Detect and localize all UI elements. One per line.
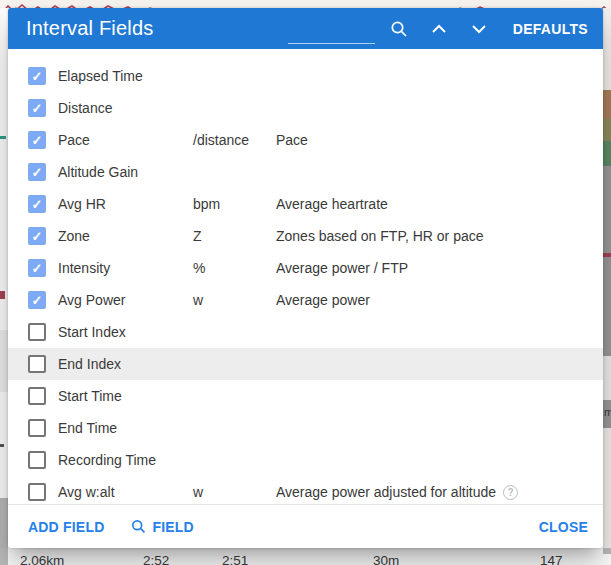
field-label: Intensity	[58, 260, 193, 276]
field-checkbox[interactable]	[28, 227, 46, 245]
field-label: Zone	[58, 228, 193, 244]
field-row[interactable]: Start Index	[8, 316, 603, 348]
field-checkbox[interactable]	[28, 291, 46, 309]
field-label: End Time	[58, 420, 193, 436]
field-checkbox[interactable]	[28, 67, 46, 85]
field-row[interactable]: Pace /distance Pace	[8, 124, 603, 156]
field-row[interactable]: Altitude Gain	[8, 156, 603, 188]
field-unit: bpm	[193, 196, 276, 212]
field-checkbox[interactable]	[28, 259, 46, 277]
field-description-text: Average power	[276, 292, 370, 308]
defaults-button[interactable]: DEFAULTS	[513, 21, 588, 37]
field-label: Avg w:alt	[58, 484, 193, 500]
dialog-footer: ADD FIELD FIELD CLOSE	[8, 504, 603, 548]
field-description: Zones based on FTP, HR or pace	[276, 228, 603, 244]
search-icon[interactable]	[389, 19, 409, 39]
background-table-cell: 2:52	[143, 551, 169, 565]
field-description: Pace	[276, 132, 603, 148]
field-list: Elapsed Time Distance Pace /distance Pac…	[8, 49, 603, 504]
field-row[interactable]: End Index	[8, 348, 603, 380]
field-row[interactable]: Avg Power w Average power	[8, 284, 603, 316]
field-label: Avg HR	[58, 196, 193, 212]
background-color-band	[603, 119, 611, 141]
search-field	[288, 23, 375, 44]
field-description: Average power adjusted for altitude ?	[276, 484, 603, 500]
field-description-text: Average power adjusted for altitude	[276, 484, 496, 500]
background-text-fragment: m	[604, 406, 611, 418]
background-color-band	[603, 166, 611, 356]
field-checkbox[interactable]	[28, 99, 46, 117]
field-description: Average heartrate	[276, 196, 603, 212]
field-description-text: Average power / FTP	[276, 260, 408, 276]
search-icon	[130, 518, 147, 535]
interval-fields-dialog: Interval Fields DEFAULTS Elapsed Time	[8, 8, 603, 548]
background-color-band	[0, 498, 8, 548]
field-label: Start Index	[58, 324, 193, 340]
field-checkbox[interactable]	[28, 355, 46, 373]
field-row[interactable]: Elapsed Time	[8, 60, 603, 92]
background-right-strip: m	[603, 8, 611, 548]
background-table-cell: 147	[540, 551, 563, 565]
field-checkbox[interactable]	[28, 451, 46, 469]
field-row[interactable]: End Time	[8, 412, 603, 444]
field-unit: /distance	[193, 132, 276, 148]
field-row[interactable]: Distance	[8, 92, 603, 124]
background-color-band	[603, 141, 611, 166]
field-row[interactable]: Recording Time	[8, 444, 603, 476]
help-circle-icon[interactable]: ?	[503, 485, 518, 500]
dialog-header: Interval Fields DEFAULTS	[8, 8, 603, 49]
field-label: Elapsed Time	[58, 68, 193, 84]
field-label: Start Time	[58, 388, 193, 404]
field-row[interactable]: Avg w:alt w Average power adjusted for a…	[8, 476, 603, 504]
background-corner	[603, 548, 611, 554]
background-left-strip	[0, 8, 8, 548]
field-checkbox[interactable]	[28, 387, 46, 405]
background-table-cell: 2.06km	[20, 551, 64, 565]
field-row[interactable]: Zone Z Zones based on FTP, HR or pace	[8, 220, 603, 252]
field-checkbox[interactable]	[28, 419, 46, 437]
add-field-button[interactable]: ADD FIELD	[28, 519, 104, 535]
background-route-line	[603, 253, 611, 257]
field-description: Average power / FTP	[276, 260, 603, 276]
field-row[interactable]: Start Time	[8, 380, 603, 412]
field-button[interactable]: FIELD	[130, 518, 193, 535]
close-button[interactable]: CLOSE	[539, 519, 588, 535]
background-corner	[0, 548, 8, 565]
field-checkbox[interactable]	[28, 483, 46, 501]
background-color-band	[603, 90, 611, 119]
field-label: Pace	[58, 132, 193, 148]
background-color-band	[603, 356, 611, 400]
field-row[interactable]: Avg HR bpm Average heartrate	[8, 188, 603, 220]
field-description-text: Zones based on FTP, HR or pace	[276, 228, 484, 244]
field-checkbox[interactable]	[28, 163, 46, 181]
background-color-band	[0, 330, 8, 392]
background-route-fragment	[0, 291, 5, 299]
field-unit: Z	[193, 228, 276, 244]
field-checkbox[interactable]	[28, 131, 46, 149]
field-checkbox[interactable]	[28, 195, 46, 213]
field-button-label: FIELD	[152, 519, 193, 535]
background-table-cell: 2:51	[222, 551, 248, 565]
field-label: End Index	[58, 356, 193, 372]
field-label: Altitude Gain	[58, 164, 193, 180]
search-input[interactable]	[288, 23, 375, 44]
field-label: Recording Time	[58, 452, 193, 468]
field-unit: w	[193, 292, 276, 308]
background-route-fragment	[0, 136, 6, 139]
chevron-up-icon[interactable]	[431, 23, 447, 35]
field-description: Average power	[276, 292, 603, 308]
field-description-text: Average heartrate	[276, 196, 388, 212]
background-table-cell: 30m	[373, 551, 399, 565]
field-checkbox[interactable]	[28, 323, 46, 341]
chevron-down-icon[interactable]	[471, 23, 487, 35]
page-title: Interval Fields	[26, 17, 154, 40]
field-unit: %	[193, 260, 276, 276]
field-description-text: Pace	[276, 132, 308, 148]
field-label: Avg Power	[58, 292, 193, 308]
background-interval-table-row: 2.06km2:522:5130m147	[0, 548, 611, 565]
field-label: Distance	[58, 100, 193, 116]
field-unit: w	[193, 484, 276, 500]
background-text-fragment	[0, 444, 4, 447]
field-row[interactable]: Intensity % Average power / FTP	[8, 252, 603, 284]
